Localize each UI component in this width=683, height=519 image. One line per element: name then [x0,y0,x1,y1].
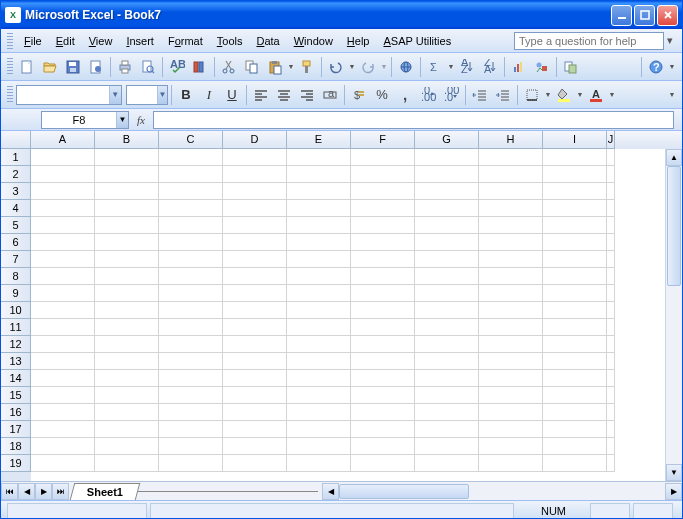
cell[interactable] [31,268,95,285]
save-button[interactable] [62,56,84,78]
cell[interactable] [159,319,223,336]
cell[interactable] [223,166,287,183]
cell[interactable] [415,438,479,455]
row-header[interactable]: 5 [1,217,31,234]
fontsize-input[interactable] [127,86,157,104]
autosum-dropdown[interactable]: ▼ [447,63,455,70]
menu-edit[interactable]: Edit [49,32,82,50]
cell[interactable] [543,404,607,421]
cell[interactable] [543,438,607,455]
cell[interactable] [607,149,615,166]
cell[interactable] [543,421,607,438]
cell[interactable] [31,319,95,336]
row-header[interactable]: 11 [1,319,31,336]
fontsize-dropdown-icon[interactable]: ▼ [157,86,167,104]
cell[interactable] [159,166,223,183]
col-header[interactable]: I [543,131,607,149]
cell[interactable] [607,370,615,387]
cell[interactable] [479,285,543,302]
cell[interactable] [223,438,287,455]
row-header[interactable]: 17 [1,421,31,438]
cell[interactable] [159,404,223,421]
row-header[interactable]: 13 [1,353,31,370]
drawing-button[interactable] [531,56,553,78]
cell[interactable] [351,387,415,404]
cell[interactable] [287,302,351,319]
undo-button[interactable] [325,56,347,78]
borders-dropdown[interactable]: ▼ [544,91,552,98]
permissions-button[interactable] [85,56,107,78]
cell[interactable] [479,438,543,455]
row-header[interactable]: 3 [1,183,31,200]
cell[interactable] [351,336,415,353]
cell[interactable] [607,387,615,404]
row-header[interactable]: 6 [1,234,31,251]
menu-tools[interactable]: Tools [210,32,250,50]
cell[interactable] [31,387,95,404]
row-header[interactable]: 9 [1,285,31,302]
cell[interactable] [223,370,287,387]
zoom-button[interactable] [560,56,582,78]
vertical-scrollbar[interactable]: ▲ ▼ [665,149,682,481]
cell[interactable] [95,234,159,251]
cell[interactable] [287,200,351,217]
menubar-grip[interactable] [7,33,13,49]
cell[interactable] [351,455,415,472]
cell[interactable] [159,302,223,319]
maximize-button[interactable] [634,5,655,26]
row-header[interactable]: 7 [1,251,31,268]
cell[interactable] [607,336,615,353]
cell[interactable] [351,353,415,370]
cell[interactable] [287,285,351,302]
cell[interactable] [95,302,159,319]
cell[interactable] [287,166,351,183]
sort-asc-button[interactable]: AZ [456,56,478,78]
cell[interactable] [351,302,415,319]
scroll-right-button[interactable]: ▶ [665,483,682,500]
col-header[interactable]: D [223,131,287,149]
cell[interactable] [479,336,543,353]
cell[interactable] [543,353,607,370]
cell[interactable] [223,455,287,472]
cell[interactable] [287,149,351,166]
redo-button[interactable] [357,56,379,78]
row-header[interactable]: 1 [1,149,31,166]
cell[interactable] [287,251,351,268]
cell[interactable] [479,217,543,234]
fontsize-combo[interactable]: ▼ [126,85,168,105]
underline-button[interactable]: U [221,84,243,106]
cell[interactable] [95,149,159,166]
cell[interactable] [479,302,543,319]
cell[interactable] [351,234,415,251]
cell[interactable] [31,421,95,438]
currency-button[interactable]: $ [348,84,370,106]
cell[interactable] [543,234,607,251]
cell[interactable] [543,251,607,268]
cut-button[interactable] [218,56,240,78]
scroll-left-button[interactable]: ◀ [322,483,339,500]
cell[interactable] [415,336,479,353]
cell[interactable] [95,455,159,472]
cell[interactable] [287,183,351,200]
cell[interactable] [95,285,159,302]
cell[interactable] [31,370,95,387]
cell[interactable] [223,285,287,302]
cell[interactable] [31,302,95,319]
cell[interactable] [607,285,615,302]
comma-button[interactable]: , [394,84,416,106]
scroll-up-button[interactable]: ▲ [666,149,682,166]
spelling-button[interactable]: ABC [166,56,188,78]
percent-button[interactable]: % [371,84,393,106]
cell[interactable] [479,200,543,217]
cell[interactable] [479,149,543,166]
menu-file[interactable]: File [17,32,49,50]
cell[interactable] [223,302,287,319]
cell[interactable] [415,217,479,234]
name-box-input[interactable] [42,112,116,128]
cell[interactable] [479,319,543,336]
hscroll-track[interactable] [339,483,665,500]
cell[interactable] [31,336,95,353]
cell[interactable] [479,404,543,421]
name-box-dropdown[interactable]: ▼ [116,112,128,128]
formula-bar-input[interactable] [153,111,674,129]
